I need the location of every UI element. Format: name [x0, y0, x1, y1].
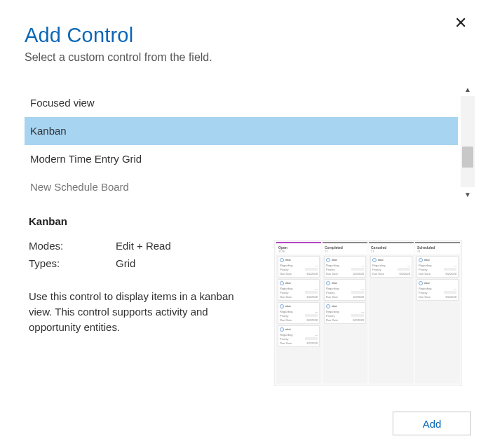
list-item[interactable]: FindSlots_GridControl_Name: [25, 82, 458, 89]
details-description: Use this control to display items in a k…: [29, 289, 246, 334]
kanban-column: Open1216etiatRegarding—PriorityDue Date6…: [276, 242, 321, 383]
kanban-card: etiatRegarding—PriorityDue Date6/2/2020: [278, 279, 320, 301]
kanban-column: Completed21etiatRegarding—PriorityDue Da…: [323, 242, 367, 383]
dialog-header: Add Control Select a custom control from…: [0, 0, 488, 64]
kanban-column: Scheduled21etiatRegarding—PriorityDue Da…: [415, 242, 460, 383]
add-button[interactable]: Add: [393, 412, 471, 435]
control-list-viewport[interactable]: FindSlots_GridControl_NameFocused viewKa…: [25, 82, 458, 201]
kanban-card: etiatRegarding—PriorityDue Date6/2/2020: [416, 256, 459, 278]
kanban-card: etiatRegarding—PriorityDue Date6/2/2020: [324, 302, 366, 324]
dialog-footer: Add: [393, 412, 471, 435]
list-item[interactable]: New Schedule Board: [25, 173, 458, 201]
dialog-subtitle: Select a custom control from the field.: [25, 51, 488, 64]
kanban-card: etiatRegarding—PriorityDue Date6/2/2020: [416, 279, 459, 301]
scrollbar: ▲ ▼: [461, 82, 475, 201]
scroll-down-icon[interactable]: ▼: [461, 187, 475, 201]
kanban-card: etiatRegarding—PriorityDue Date6/2/2020: [324, 256, 366, 278]
kanban-card: etiatRegarding—PriorityDue Date6/2/2020: [370, 256, 412, 278]
scrollbar-track[interactable]: [461, 96, 475, 187]
kanban-card: etiatRegarding—PriorityDue Date6/2/2020: [278, 302, 320, 324]
types-value: Grid: [116, 257, 135, 269]
kanban-column: Canceled21etiatRegarding—PriorityDue Dat…: [369, 242, 414, 383]
control-list: FindSlots_GridControl_NameFocused viewKa…: [25, 82, 475, 201]
list-item[interactable]: Modern Time Entry Grid: [25, 145, 458, 173]
list-item[interactable]: Focused view: [25, 89, 458, 117]
kanban-card: etiatRegarding—PriorityDue Date6/2/2020: [278, 256, 320, 278]
add-control-dialog: ✕ Add Control Select a custom control fr…: [0, 0, 488, 448]
scroll-up-icon[interactable]: ▲: [461, 82, 475, 96]
list-item[interactable]: Kanban: [25, 117, 458, 145]
types-label: Types:: [29, 257, 116, 269]
close-icon[interactable]: ✕: [454, 15, 467, 31]
modes-value: Edit + Read: [116, 240, 171, 252]
control-details: Kanban Modes: Edit + Read Types: Grid Us…: [25, 215, 473, 386]
kanban-preview-image: Open1216etiatRegarding—PriorityDue Date6…: [274, 240, 462, 386]
details-title: Kanban: [25, 215, 473, 227]
dialog-title: Add Control: [25, 24, 488, 47]
kanban-card: etiatRegarding—PriorityDue Date6/2/2020: [324, 279, 366, 301]
kanban-card: etiatRegarding—PriorityDue Date6/2/2020: [278, 325, 320, 347]
scrollbar-thumb[interactable]: [462, 147, 473, 168]
modes-label: Modes:: [29, 240, 116, 252]
